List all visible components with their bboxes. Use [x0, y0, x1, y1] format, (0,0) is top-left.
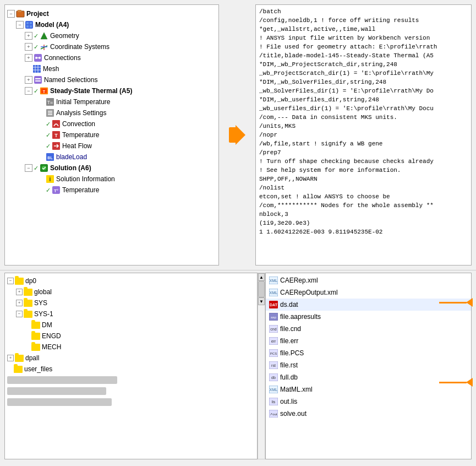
tree-item-named-sel[interactable]: + Named Selections — [7, 74, 216, 85]
scroll-down[interactable]: ▼ — [258, 297, 265, 305]
file-tree-dpall[interactable]: + dpall — [7, 353, 255, 364]
tree-item-temp-result[interactable]: ✓ T° Temperature — [7, 185, 216, 196]
code-line-15: /nopr — [259, 131, 468, 139]
folder-engd-icon — [31, 333, 40, 340]
code-line-8: _wb_ProjectScratch_dir(1) = 'E:\profile\… — [259, 69, 468, 78]
bottom-section: − dp0 + global + SYS — [0, 270, 476, 466]
scrollbar[interactable]: ▲ ▼ — [258, 273, 265, 459]
dm-label: DM — [42, 320, 52, 330]
svg-rect-1 — [18, 10, 21, 12]
expander-geometry[interactable]: + — [25, 32, 32, 40]
file-item-caerep[interactable]: XML CAERep.xml — [266, 274, 471, 286]
check-geometry: ✓ — [34, 31, 39, 41]
top-section: − Project − — [0, 0, 476, 270]
ds-dat-icon: DAT — [269, 300, 278, 309]
ds-dat-label: ds.dat — [280, 300, 298, 310]
file-tree-dm[interactable]: DM — [7, 319, 255, 330]
file-item-solveout[interactable]: ↗out solve.out — [266, 408, 471, 420]
expander-project[interactable]: − — [7, 10, 15, 18]
tree-item-solution[interactable]: − ✓ Solution (A6) — [7, 162, 216, 174]
code-line-12: _wb_userfiles_dir(1) = 'E:\profile\rrath… — [259, 104, 468, 113]
svg-text:rst: rst — [271, 364, 276, 367]
code-line-18: ! Turn off shape checking because checks… — [259, 157, 468, 166]
svg-text:err: err — [271, 339, 276, 343]
svg-rect-18 — [35, 80, 41, 82]
mesh-icon — [32, 64, 41, 73]
tree-item-thermal[interactable]: − ✓ T Steady-State Thermal (A5) — [7, 85, 216, 96]
solution-icon — [40, 164, 48, 172]
file-item-pcs[interactable]: PCS file.PCS — [266, 347, 471, 359]
code-line-22: etcon,set ! allow ANSYS to choose be — [259, 192, 468, 201]
heatflow-label: Heat Flow — [62, 141, 92, 151]
blurred-item-3 — [7, 397, 255, 408]
tree-item-heatflow[interactable]: ✓ Heat Flow — [7, 140, 216, 151]
tree-item-temperature-bc[interactable]: ✓ T Temperature — [7, 129, 216, 140]
folder-dp0-icon — [15, 278, 24, 285]
file-tree-dp0[interactable]: − dp0 — [7, 275, 255, 286]
project-icon — [16, 9, 25, 18]
geometry-icon — [40, 31, 48, 40]
file-item-caerep-output[interactable]: XML CAERepOutput.xml — [266, 286, 471, 299]
expander-thermal[interactable]: − — [25, 87, 32, 95]
tree-item-model[interactable]: − Model (A4) — [7, 19, 216, 30]
tree-item-coordinate[interactable]: + ✓ Coordinate Systems — [7, 41, 216, 52]
expander-sys1[interactable]: − — [16, 311, 23, 317]
code-line-9: *DIM,_wb_SolverFiles_dir,string,248 — [259, 78, 468, 86]
svg-text:db: db — [271, 376, 276, 380]
svg-rect-16 — [34, 76, 42, 84]
tree-item-project[interactable]: − Project — [7, 8, 216, 19]
file-item-aapresults[interactable]: aap file.aapresults — [266, 311, 471, 323]
svg-text:↗out: ↗out — [270, 413, 277, 416]
tree-item-connections[interactable]: + Connections — [7, 52, 216, 63]
code-line-17: /prep7 — [259, 148, 468, 157]
code-panel: /batch /config,noeldb,1 ! force off writ… — [255, 4, 472, 265]
folder-sys-icon — [24, 300, 32, 307]
code-line-1: /batch — [259, 7, 468, 16]
expander-dp0[interactable]: − — [7, 278, 14, 284]
caerep-output-icon: XML — [269, 288, 278, 297]
code-line-14: /units,MKS — [259, 122, 468, 131]
named-sel-icon — [34, 75, 42, 84]
expander-dpall[interactable]: + — [7, 355, 14, 361]
file-tree-mech[interactable]: MECH — [7, 342, 255, 353]
tree-item-mesh[interactable]: Mesh — [7, 63, 216, 74]
convection-label: Convection — [62, 119, 95, 129]
file-item-err[interactable]: err file.err — [266, 335, 471, 347]
convection-icon — [52, 120, 61, 128]
pcs-icon: PCS — [269, 349, 278, 357]
tree-item-init-temp[interactable]: T= Initial Temperature — [7, 96, 216, 107]
expander-named-sel[interactable]: + — [25, 76, 32, 84]
code-line-4: ! ANSYS input file written by Workbench … — [259, 34, 468, 42]
tree-item-geometry[interactable]: + ✓ Geometry — [7, 30, 216, 41]
scroll-up[interactable]: ▲ — [258, 273, 265, 281]
check-thermal: ✓ — [34, 86, 39, 96]
file-tree-user-files[interactable]: user_files — [7, 364, 255, 375]
code-line-11: *DIM,_wb_userfiles_dir,string,248 — [259, 95, 468, 104]
file-tree-sys1[interactable]: − SYS-1 — [7, 308, 255, 319]
file-item-cnd[interactable]: cnd file.cnd — [266, 323, 471, 335]
expander-global[interactable]: + — [16, 289, 23, 295]
mesh-label: Mesh — [43, 64, 59, 74]
tree-item-convection[interactable]: ✓ Convection — [7, 118, 216, 129]
file-rst-arrow — [439, 378, 473, 387]
coordinate-icon — [40, 42, 48, 51]
file-item-rst[interactable]: rst file.rst — [266, 359, 471, 371]
file-item-outlis[interactable]: lis out.lis — [266, 395, 471, 408]
cnd-label: file.cnd — [280, 324, 301, 334]
expander-connections[interactable]: + — [25, 54, 32, 62]
file-tree-engd[interactable]: ENGD — [7, 330, 255, 342]
tree-item-sol-info[interactable]: i Solution Information — [7, 174, 216, 185]
file-tree-global[interactable]: + global — [7, 286, 255, 297]
code-line-2: /config,noeldb,1 ! force off writing res… — [259, 16, 468, 25]
tree-item-analysis[interactable]: Analysis Settings — [7, 107, 216, 118]
sys1-label: SYS-1 — [34, 309, 53, 319]
tree-item-bladeload[interactable]: BL bladeLoad — [7, 151, 216, 162]
expander-solution[interactable]: − — [25, 164, 32, 172]
sys-label: SYS — [34, 298, 47, 308]
code-line-13: /com,--- Data in consistent MKS units. — [259, 113, 468, 122]
expander-sys[interactable]: + — [16, 300, 23, 306]
file-tree-sys[interactable]: + SYS — [7, 297, 255, 308]
expander-coordinate[interactable]: + — [25, 43, 32, 51]
expander-model[interactable]: − — [16, 21, 24, 29]
scroll-thumb[interactable] — [258, 281, 265, 297]
